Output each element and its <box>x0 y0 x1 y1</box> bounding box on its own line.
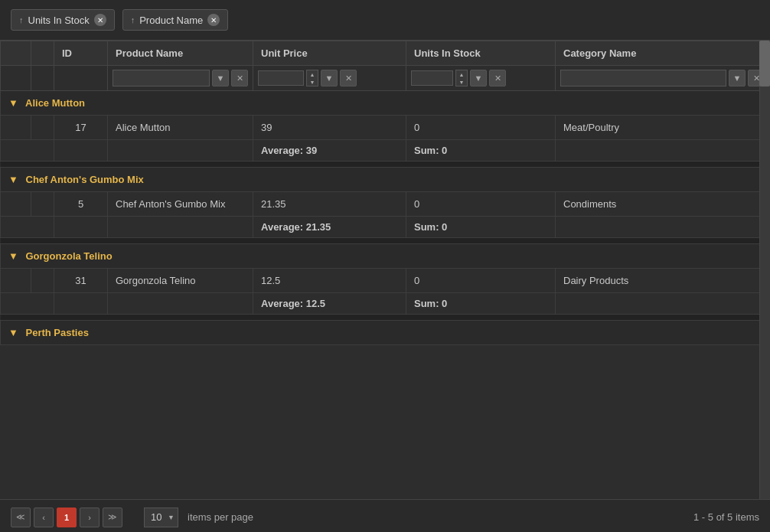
agg-price-cell: Average: 39 <box>253 140 406 162</box>
filter-expand-cell <box>31 66 54 91</box>
group-toggle-chef-antons[interactable]: ▼ <box>8 174 18 185</box>
clear-filter-units-in-stock-button[interactable]: ✕ <box>489 70 506 86</box>
sort-tags-bar: ↑ Units In Stock ✕ ↑ Product Name ✕ <box>0 0 770 41</box>
row-product-name-cell: Alice Mutton <box>108 116 253 140</box>
agg-category-cell <box>556 217 770 238</box>
sort-tag-label: Product Name <box>139 15 203 26</box>
filter-price-cell: ▲ ▼ ▼ ✕ <box>253 66 406 91</box>
items-count-label: 1 - 5 of 5 items <box>693 511 759 523</box>
agg-empty-cell <box>1 217 54 238</box>
col-header-category-name: Category Name <box>556 41 770 66</box>
filter-category-name-button[interactable]: ▼ <box>729 70 746 86</box>
filter-unit-price-input[interactable] <box>258 70 304 86</box>
agg-sum-chef-antons: Sum: 0 <box>414 221 447 233</box>
agg-price-cell: Average: 12.5 <box>253 293 406 315</box>
row-expand-cell <box>31 116 54 140</box>
filter-id-cell <box>54 66 108 91</box>
pagination-prev-button[interactable]: ‹ <box>34 508 54 527</box>
unit-price-spin-down[interactable]: ▼ <box>307 78 318 86</box>
group-header-cell: ▼ Alice Mutton <box>1 91 770 116</box>
agg-empty-cell <box>1 140 54 162</box>
page-size-select[interactable]: 5 10 20 50 <box>144 508 178 527</box>
aggregate-row-alice-mutton: Average: 39 Sum: 0 <box>1 140 770 162</box>
clear-filter-product-name-button[interactable]: ✕ <box>231 70 248 86</box>
unit-price-spin-up[interactable]: ▲ <box>307 70 318 78</box>
units-in-stock-spin-down[interactable]: ▼ <box>456 78 467 86</box>
agg-empty-cell <box>1 293 54 315</box>
filter-stock-cell: ▲ ▼ ▼ ✕ <box>406 66 556 91</box>
group-toggle-alice-mutton[interactable]: ▼ <box>8 97 18 109</box>
agg-sum-alice-mutton: Sum: 0 <box>414 145 447 156</box>
scrollbar-thumb[interactable] <box>759 41 770 86</box>
sort-tag-product-name[interactable]: ↑ Product Name ✕ <box>122 9 229 31</box>
row-id-cell: 5 <box>54 192 108 217</box>
group-header-cell: ▼ Perth Pasties <box>1 321 770 345</box>
filter-checkbox-cell <box>1 66 31 91</box>
pagination-next-button[interactable]: › <box>80 508 100 527</box>
col-header-units-in-stock: Units In Stock <box>406 41 556 66</box>
col-header-id: ID <box>54 41 108 66</box>
agg-stock-cell: Sum: 0 <box>406 140 556 162</box>
row-product-name-cell: Chef Anton's Gumbo Mix <box>108 192 253 217</box>
unit-price-spinner[interactable]: ▲ ▼ <box>306 70 318 86</box>
row-category-name-cell: Meat/Poultry <box>556 116 770 140</box>
filter-product-name-button[interactable]: ▼ <box>212 70 229 86</box>
table-row: 5 Chef Anton's Gumbo Mix 21.35 0 Condime… <box>1 192 770 217</box>
agg-category-cell <box>556 293 770 315</box>
remove-sort-product-name-button[interactable]: ✕ <box>207 14 220 26</box>
group-toggle-gorgonzola[interactable]: ▼ <box>8 250 18 262</box>
row-product-name-cell: Gorgonzola Telino <box>108 269 253 293</box>
row-category-name-cell: Dairy Products <box>556 269 770 293</box>
row-checkbox-cell <box>1 192 31 217</box>
row-unit-price-cell: 21.35 <box>253 192 406 217</box>
pagination-last-button[interactable]: ≫ <box>103 508 122 527</box>
group-header-chef-antons: ▼ Chef Anton's Gumbo Mix <box>1 168 770 192</box>
row-id-cell: 31 <box>54 269 108 293</box>
remove-sort-units-in-stock-button[interactable]: ✕ <box>94 14 106 26</box>
group-header-gorgonzola: ▼ Gorgonzola Telino <box>1 244 770 269</box>
row-units-in-stock-cell: 0 <box>406 192 556 217</box>
filter-category-cell: ▼ ✕ <box>556 66 770 91</box>
filter-unit-price-button[interactable]: ▼ <box>321 70 338 86</box>
pagination-first-button[interactable]: ≪ <box>11 508 31 527</box>
agg-id-cell <box>54 293 108 315</box>
table-body: ▼ Alice Mutton 17 Alice Mutton 39 0 Meat… <box>1 91 770 345</box>
agg-category-cell <box>556 140 770 162</box>
row-units-in-stock-cell: 0 <box>406 116 556 140</box>
agg-product-cell <box>108 217 253 238</box>
filter-units-in-stock-input[interactable] <box>411 70 453 86</box>
clear-filter-unit-price-button[interactable]: ✕ <box>340 70 357 86</box>
items-per-page-label: items per page <box>188 511 253 523</box>
agg-average-gorgonzola: Average: 12.5 <box>261 298 325 309</box>
units-in-stock-spinner[interactable]: ▲ ▼ <box>455 70 468 86</box>
group-name-alice-mutton: Alice Mutton <box>25 97 85 109</box>
group-header-cell: ▼ Chef Anton's Gumbo Mix <box>1 168 770 192</box>
filter-category-name-input[interactable] <box>560 70 726 86</box>
table-container: ID Product Name Unit Price Units In Stoc… <box>0 41 770 499</box>
units-in-stock-spin-up[interactable]: ▲ <box>456 70 467 78</box>
scrollbar-track[interactable] <box>759 41 770 499</box>
group-spacer <box>1 315 770 321</box>
filter-product-name-input[interactable] <box>113 70 210 86</box>
sort-tag-label: Units In Stock <box>28 15 90 26</box>
row-expand-cell <box>31 192 54 217</box>
agg-average-alice-mutton: Average: 39 <box>261 145 317 156</box>
row-checkbox-cell <box>1 116 31 140</box>
filter-product-cell: ▼ ✕ <box>108 66 253 91</box>
group-toggle-perth-pasties[interactable]: ▼ <box>8 327 18 338</box>
sort-tag-units-in-stock[interactable]: ↑ Units In Stock ✕ <box>11 9 115 31</box>
row-id-cell: 17 <box>54 116 108 140</box>
pagination-page-1-button[interactable]: 1 <box>57 508 77 527</box>
group-header-perth-pasties: ▼ Perth Pasties <box>1 321 770 345</box>
row-unit-price-cell: 12.5 <box>253 269 406 293</box>
table-header-row: ID Product Name Unit Price Units In Stoc… <box>1 41 770 66</box>
agg-average-chef-antons: Average: 21.35 <box>261 221 331 233</box>
page-size-wrapper[interactable]: 5 10 20 50 <box>135 508 178 527</box>
group-name-gorgonzola: Gorgonzola Telino <box>26 250 113 262</box>
filter-units-in-stock-button[interactable]: ▼ <box>470 70 487 86</box>
aggregate-row-gorgonzola: Average: 12.5 Sum: 0 <box>1 293 770 315</box>
agg-id-cell <box>54 140 108 162</box>
agg-product-cell <box>108 293 253 315</box>
table-row: 17 Alice Mutton 39 0 Meat/Poultry <box>1 116 770 140</box>
group-spacer <box>1 162 770 168</box>
